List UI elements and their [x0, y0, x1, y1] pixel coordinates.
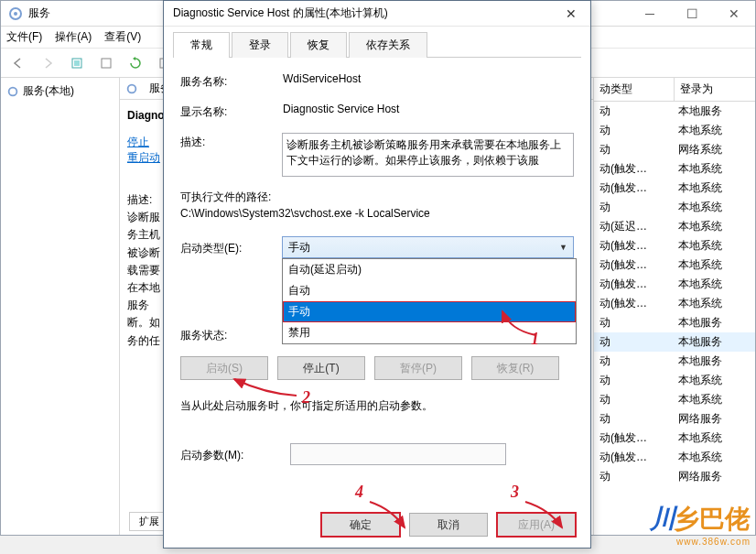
menu-file[interactable]: 文件(F): [6, 29, 42, 45]
startup-type-value: 手动: [288, 240, 310, 255]
tab-general[interactable]: 常规: [173, 32, 230, 58]
path-value: C:\Windows\System32\svchost.exe -k Local…: [180, 207, 574, 220]
display-name-value: Diagnostic Service Host: [283, 103, 574, 115]
startup-type-label: 启动类型(E):: [180, 239, 282, 256]
dlg-title: Diagnostic Service Host 的属性(本地计算机): [173, 5, 388, 21]
ann-3: 3: [511, 483, 519, 502]
tb-icon-1[interactable]: [65, 51, 89, 75]
tab-dependencies[interactable]: 依存关系: [349, 32, 427, 58]
service-row[interactable]: 动(触发…本地系统: [594, 429, 755, 448]
stop-link[interactable]: 停止: [127, 136, 149, 148]
refresh-button[interactable]: [124, 51, 147, 75]
service-row[interactable]: 动(触发…本地系统: [594, 159, 755, 179]
service-row[interactable]: 动(触发…本地系统: [594, 236, 755, 255]
pause-button[interactable]: 暂停(P): [374, 356, 462, 380]
tree-root[interactable]: 服务(本地): [5, 81, 115, 101]
gear-icon: [8, 6, 23, 21]
service-row[interactable]: 动(触发…本地系统: [594, 294, 755, 313]
close-button[interactable]: ✕: [713, 1, 755, 27]
menu-view[interactable]: 查看(V): [104, 29, 141, 45]
dlg-tabs: 常规 登录 恢复 依存关系: [164, 27, 590, 58]
opt-auto-delayed[interactable]: 自动(延迟启动): [283, 259, 576, 280]
stop-button[interactable]: 停止(T): [277, 356, 365, 380]
service-row[interactable]: 动本地服务: [594, 313, 755, 332]
ann-2: 2: [302, 388, 310, 407]
ann-4: 4: [355, 483, 363, 502]
col-logon[interactable]: 登录为: [675, 78, 718, 101]
bg-window-controls: ─ ☐ ✕: [629, 1, 755, 27]
opt-manual[interactable]: 手动: [283, 301, 576, 322]
path-label: 可执行文件的路径:: [180, 190, 574, 205]
bg-tree: 服务(本地): [1, 78, 120, 535]
svg-rect-3: [74, 60, 80, 66]
svg-point-6: [9, 87, 17, 95]
desc-text: 诊断服务主机被诊断载需要在本地服务断。如务的任: [127, 209, 164, 350]
restart-link[interactable]: 重启动: [127, 151, 160, 164]
start-button[interactable]: 启动(S): [180, 356, 268, 380]
menu-action[interactable]: 操作(A): [55, 29, 92, 45]
service-row[interactable]: 动网络系统: [594, 140, 755, 159]
properties-dialog: Diagnostic Service Host 的属性(本地计算机) ✕ 常规 …: [163, 0, 591, 549]
apply-button[interactable]: 应用(A): [497, 513, 576, 537]
display-name-label: 显示名称:: [180, 103, 283, 120]
start-params-label: 启动参数(M):: [180, 446, 290, 463]
tab-recovery[interactable]: 恢复: [290, 32, 347, 58]
tb-icon-2[interactable]: [94, 51, 118, 75]
resume-button[interactable]: 恢复(R): [471, 356, 559, 380]
desc-label: 描述:: [180, 133, 282, 150]
forward-button[interactable]: [36, 51, 59, 75]
startup-type-dropdown[interactable]: 手动 ▼ 自动(延迟启动) 自动 手动 禁用: [282, 236, 574, 258]
chevron-down-icon: ▼: [559, 243, 567, 252]
service-row[interactable]: 动本地服务: [594, 352, 755, 371]
gear-icon: [125, 82, 138, 95]
service-row[interactable]: 动本地系统: [594, 121, 755, 140]
service-row[interactable]: 动(延迟…本地系统: [594, 217, 755, 236]
service-row[interactable]: 动本地系统: [594, 390, 755, 409]
service-row[interactable]: 动网络服务: [594, 467, 755, 486]
ok-button[interactable]: 确定: [321, 513, 400, 537]
svg-point-7: [128, 84, 136, 92]
service-row[interactable]: 动本地服务: [594, 332, 755, 352]
dlg-titlebar: Diagnostic Service Host 的属性(本地计算机) ✕: [164, 1, 590, 27]
status-label: 服务状态:: [180, 326, 283, 343]
bg-list: 动类型 登录为 动本地服务动本地系统动网络系统动(触发…本地系统动(触发…本地系…: [594, 78, 755, 535]
dlg-close-button[interactable]: ✕: [552, 1, 590, 27]
service-row[interactable]: 动(触发…本地系统: [594, 179, 755, 198]
list-header: 动类型 登录为: [594, 78, 755, 102]
gear-icon: [6, 85, 19, 98]
watermark: 川乡巴佬 www.386w.com: [650, 502, 751, 547]
cancel-button[interactable]: 取消: [409, 513, 488, 537]
desc-textarea[interactable]: [282, 133, 574, 177]
tab-logon[interactable]: 登录: [232, 32, 288, 58]
bg-title: 服务: [28, 5, 50, 21]
ann-1: 1: [531, 330, 539, 349]
service-row[interactable]: 动(触发…本地系统: [594, 255, 755, 275]
service-name-value: WdiServiceHost: [283, 72, 574, 85]
start-params-input[interactable]: [290, 443, 506, 465]
service-row[interactable]: 动(触发…本地系统: [594, 275, 755, 294]
service-row[interactable]: 动(触发…本地系统: [594, 448, 755, 467]
service-row[interactable]: 动本地系统: [594, 371, 755, 390]
opt-auto[interactable]: 自动: [283, 280, 576, 301]
start-params-note: 当从此处启动服务时，你可指定所适用的启动参数。: [180, 398, 574, 414]
maximize-button[interactable]: ☐: [671, 1, 713, 27]
service-row[interactable]: 动本地系统: [594, 198, 755, 217]
service-name-label: 服务名称:: [180, 72, 283, 90]
svg-point-1: [14, 12, 17, 16]
minimize-button[interactable]: ─: [629, 1, 671, 27]
service-row[interactable]: 动网络服务: [594, 409, 755, 429]
back-button[interactable]: [6, 51, 30, 75]
col-startup[interactable]: 动类型: [594, 78, 675, 101]
svg-rect-4: [102, 59, 111, 68]
service-row[interactable]: 动本地服务: [594, 102, 755, 121]
